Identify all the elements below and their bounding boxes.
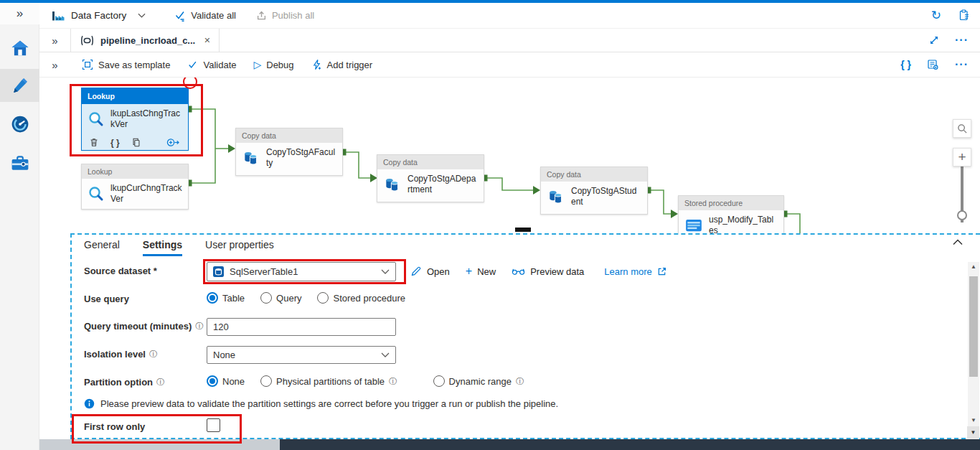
gauge-icon bbox=[11, 115, 29, 133]
pipeline-canvas[interactable]: Lookup lkupLastChngTrackVer { } bbox=[39, 78, 980, 233]
radio-physical-partitions[interactable]: Physical partitions of tableⓘ bbox=[260, 375, 397, 387]
add-output-icon[interactable] bbox=[166, 138, 181, 147]
sql-dataset-icon bbox=[213, 266, 224, 277]
learn-more-link[interactable]: Learn more bbox=[604, 266, 666, 277]
tab-rail: » bbox=[39, 29, 70, 52]
properties-tab-bar: General Settings User properties bbox=[84, 239, 274, 256]
radio-stored-procedure[interactable]: Stored procedure bbox=[317, 292, 405, 304]
isolation-level-select[interactable]: None bbox=[207, 346, 396, 364]
preview-data-button[interactable]: Preview data bbox=[512, 266, 584, 277]
plus-icon: + bbox=[958, 149, 966, 165]
expand-resources-button[interactable]: » bbox=[52, 34, 57, 47]
partition-option-radio-group: None Physical partitions of tableⓘ Dynam… bbox=[207, 375, 524, 387]
canvas-search-button[interactable] bbox=[953, 119, 971, 138]
scroll-up-icon[interactable]: ▲ bbox=[968, 263, 979, 270]
refresh-icon[interactable]: ↻ bbox=[931, 8, 941, 23]
first-row-only-checkbox[interactable] bbox=[207, 418, 220, 432]
expand-activities-button[interactable]: » bbox=[52, 59, 57, 71]
activity-type-label: Stored procedure bbox=[679, 196, 783, 210]
activity-copy-student[interactable]: Copy data CopyToStgAStudent bbox=[540, 167, 648, 215]
tab-more-icon[interactable]: ··· bbox=[955, 34, 969, 47]
clipboard-icon[interactable] bbox=[958, 9, 970, 22]
query-timeout-input[interactable] bbox=[207, 318, 396, 336]
sidebar-item-author[interactable] bbox=[0, 69, 39, 102]
canvas-horizontal-scroll-thumb[interactable] bbox=[515, 228, 531, 232]
delete-activity-icon[interactable] bbox=[89, 137, 99, 148]
data-factory-icon bbox=[51, 9, 65, 22]
template-icon bbox=[82, 59, 93, 70]
query-timeout-label: Query timeout (minutes) ⓘ bbox=[84, 321, 204, 332]
horizontal-scrollbar[interactable] bbox=[0, 439, 980, 450]
tab-pipeline-incrload[interactable]: pipeline_incrload_c... ✕ bbox=[70, 29, 220, 52]
collapse-panel-icon[interactable] bbox=[953, 239, 963, 245]
canvas-zoom-in-button[interactable]: + bbox=[953, 148, 971, 167]
radio-dynamic-range-label: Dynamic range bbox=[449, 376, 512, 387]
info-outline-icon: ⓘ bbox=[389, 376, 397, 387]
tab-close-icon[interactable]: ✕ bbox=[204, 36, 210, 45]
save-as-template-button[interactable]: Save as template bbox=[82, 59, 170, 70]
use-query-label: Use query bbox=[84, 294, 129, 304]
pipeline-settings-icon[interactable] bbox=[927, 59, 939, 70]
info-outline-icon: ⓘ bbox=[195, 321, 204, 332]
canvas-zoom-slider-handle[interactable] bbox=[957, 210, 967, 220]
activity-lookup-cur[interactable]: Lookup lkupCurChngTrackVer bbox=[81, 164, 189, 210]
play-icon: ▷ bbox=[253, 59, 261, 70]
azure-data-factory-window: » Data Factor bbox=[0, 0, 980, 450]
radio-none-label: None bbox=[222, 376, 245, 387]
new-dataset-button[interactable]: + New bbox=[466, 265, 496, 278]
publish-all-icon bbox=[256, 10, 267, 21]
radio-partition-none[interactable]: None bbox=[207, 375, 245, 387]
activity-lookup-last[interactable]: Lookup lkupLastChngTrackVer { } bbox=[81, 88, 189, 151]
tab-general[interactable]: General bbox=[84, 239, 120, 256]
radio-dynamic-range[interactable]: Dynamic rangeⓘ bbox=[433, 375, 524, 387]
partition-option-label: Partition option ⓘ bbox=[84, 377, 165, 388]
activity-name-label: CopyToStgAStudent bbox=[571, 186, 641, 207]
activity-type-label: Lookup bbox=[82, 88, 188, 104]
info-outline-icon: ⓘ bbox=[149, 349, 158, 360]
horizontal-scrollbar-thumb[interactable] bbox=[39, 439, 280, 450]
activity-copy-faculty[interactable]: Copy data CopyToStgAFaculty bbox=[235, 128, 343, 176]
plus-icon: + bbox=[466, 265, 472, 278]
check-icon bbox=[187, 60, 198, 70]
sidebar-item-manage[interactable] bbox=[0, 146, 39, 179]
radio-table[interactable]: Table bbox=[207, 292, 245, 304]
source-dataset-dropdown[interactable]: SqlServerTable1 bbox=[207, 262, 396, 281]
activity-name-label: usp_Modify_Tables bbox=[709, 215, 778, 233]
activity-name-label: CopyToStgADepartment bbox=[407, 174, 478, 195]
radio-query[interactable]: Query bbox=[260, 292, 301, 304]
toolbar-more-icon[interactable]: ··· bbox=[955, 58, 969, 71]
debug-button[interactable]: ▷ Debug bbox=[253, 59, 293, 70]
validate-button[interactable]: Validate bbox=[187, 60, 236, 70]
activity-stored-procedure[interactable]: Stored procedure usp_Modify_Tables bbox=[678, 195, 784, 233]
query-timeout-label-text: Query timeout (minutes) bbox=[84, 321, 192, 332]
scroll-down-button[interactable]: ▼ bbox=[967, 426, 979, 439]
double-chevron-icon: » bbox=[17, 6, 23, 21]
tab-settings[interactable]: Settings bbox=[143, 239, 182, 256]
edit-pencil-icon bbox=[410, 266, 422, 277]
sidebar-item-home[interactable] bbox=[0, 32, 39, 65]
validate-all-button[interactable]: Validate all bbox=[174, 10, 236, 22]
new-label: New bbox=[477, 266, 496, 277]
source-dataset-value: SqlServerTable1 bbox=[230, 266, 298, 277]
publish-all-button[interactable]: Publish all bbox=[256, 10, 314, 21]
activity-copy-department[interactable]: Copy data CopyToStgADepartment bbox=[377, 154, 484, 202]
clone-activity-icon[interactable] bbox=[131, 137, 141, 148]
lookup-icon bbox=[88, 111, 105, 128]
copy-data-icon bbox=[242, 149, 260, 167]
tab-user-properties[interactable]: User properties bbox=[205, 239, 274, 256]
panel-scrollbar-thumb[interactable] bbox=[969, 276, 978, 377]
radio-stored-procedure-label: Stored procedure bbox=[333, 293, 405, 304]
glasses-icon bbox=[512, 267, 525, 276]
panel-vertical-scrollbar[interactable]: ▲ ▼ ▼ bbox=[968, 262, 979, 439]
sidebar-expand-button[interactable]: » bbox=[0, 3, 39, 24]
expand-diagonal-icon[interactable] bbox=[929, 35, 939, 45]
code-view-icon[interactable]: { } bbox=[900, 59, 911, 70]
open-dataset-button[interactable]: Open bbox=[410, 266, 450, 277]
add-trigger-button[interactable]: Add trigger bbox=[311, 59, 373, 70]
scroll-down-icon[interactable]: ▼ bbox=[968, 417, 979, 423]
sidebar-item-monitor[interactable] bbox=[0, 108, 39, 141]
activity-code-icon[interactable]: { } bbox=[110, 138, 120, 148]
partition-option-label-text: Partition option bbox=[84, 377, 153, 388]
chevron-down-icon[interactable] bbox=[138, 13, 146, 18]
toolbox-icon bbox=[11, 155, 29, 172]
